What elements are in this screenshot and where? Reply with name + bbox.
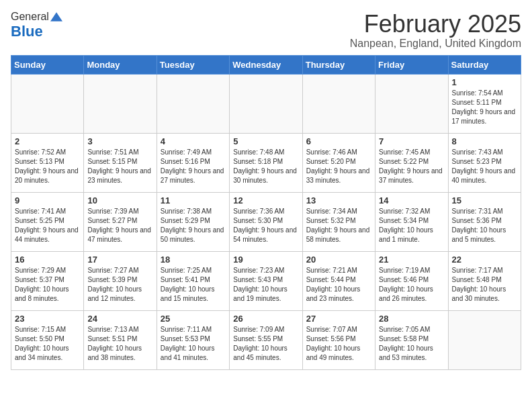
- calendar-day-header: Sunday: [11, 55, 84, 74]
- calendar-cell: [230, 74, 302, 133]
- calendar-day-header: Wednesday: [230, 55, 302, 74]
- calendar-cell: 5Sunrise: 7:48 AM Sunset: 5:18 PM Daylig…: [230, 133, 302, 192]
- day-number: 22: [452, 255, 517, 265]
- day-number: 6: [306, 136, 371, 146]
- month-title: February 2025: [350, 11, 521, 38]
- calendar-cell: 18Sunrise: 7:25 AM Sunset: 5:41 PM Dayli…: [157, 251, 229, 310]
- calendar-cell: 8Sunrise: 7:43 AM Sunset: 5:23 PM Daylig…: [448, 133, 521, 192]
- day-number: 16: [15, 255, 80, 265]
- day-info: Sunrise: 7:54 AM Sunset: 5:11 PM Dayligh…: [452, 89, 517, 126]
- calendar-cell: 23Sunrise: 7:15 AM Sunset: 5:50 PM Dayli…: [11, 310, 84, 369]
- day-number: 10: [87, 195, 152, 205]
- logo-blue-text: Blue: [11, 23, 43, 40]
- calendar-cell: 13Sunrise: 7:34 AM Sunset: 5:32 PM Dayli…: [302, 192, 375, 251]
- day-number: 5: [233, 136, 298, 146]
- day-number: 26: [233, 314, 298, 324]
- day-number: 3: [87, 136, 152, 146]
- day-info: Sunrise: 7:05 AM Sunset: 5:58 PM Dayligh…: [379, 325, 444, 363]
- day-number: 8: [452, 136, 517, 146]
- day-info: Sunrise: 7:34 AM Sunset: 5:32 PM Dayligh…: [306, 207, 371, 244]
- calendar-cell: [448, 310, 521, 369]
- day-info: Sunrise: 7:48 AM Sunset: 5:18 PM Dayligh…: [233, 148, 298, 185]
- calendar-cell: 2Sunrise: 7:52 AM Sunset: 5:13 PM Daylig…: [11, 133, 84, 192]
- day-number: 18: [161, 255, 226, 265]
- day-info: Sunrise: 7:39 AM Sunset: 5:27 PM Dayligh…: [87, 207, 152, 244]
- calendar-week-row: 16Sunrise: 7:29 AM Sunset: 5:37 PM Dayli…: [11, 251, 521, 310]
- day-number: 19: [233, 255, 298, 265]
- calendar-cell: [375, 74, 448, 133]
- calendar-cell: 24Sunrise: 7:13 AM Sunset: 5:51 PM Dayli…: [84, 310, 157, 369]
- calendar-cell: [11, 74, 84, 133]
- calendar-cell: 15Sunrise: 7:31 AM Sunset: 5:36 PM Dayli…: [448, 192, 521, 251]
- day-info: Sunrise: 7:45 AM Sunset: 5:22 PM Dayligh…: [379, 148, 444, 185]
- calendar-day-header: Friday: [375, 55, 448, 74]
- day-number: 12: [233, 195, 298, 205]
- day-info: Sunrise: 7:15 AM Sunset: 5:50 PM Dayligh…: [15, 325, 80, 363]
- calendar-cell: 17Sunrise: 7:27 AM Sunset: 5:39 PM Dayli…: [84, 251, 157, 310]
- title-area: February 2025 Nanpean, England, United K…: [350, 11, 521, 50]
- calendar-cell: 7Sunrise: 7:45 AM Sunset: 5:22 PM Daylig…: [375, 133, 448, 192]
- calendar-cell: 27Sunrise: 7:07 AM Sunset: 5:56 PM Dayli…: [302, 310, 375, 369]
- calendar-cell: [302, 74, 375, 133]
- calendar-cell: 9Sunrise: 7:41 AM Sunset: 5:25 PM Daylig…: [11, 192, 84, 251]
- day-info: Sunrise: 7:09 AM Sunset: 5:55 PM Dayligh…: [233, 325, 298, 363]
- calendar-cell: 1Sunrise: 7:54 AM Sunset: 5:11 PM Daylig…: [448, 74, 521, 133]
- day-number: 24: [87, 314, 152, 324]
- header: General Blue February 2025 Nanpean, Engl…: [11, 11, 521, 50]
- calendar-day-header: Tuesday: [157, 55, 229, 74]
- day-info: Sunrise: 7:32 AM Sunset: 5:34 PM Dayligh…: [379, 207, 444, 244]
- calendar-cell: 22Sunrise: 7:17 AM Sunset: 5:48 PM Dayli…: [448, 251, 521, 310]
- day-number: 1: [452, 77, 517, 87]
- day-info: Sunrise: 7:49 AM Sunset: 5:16 PM Dayligh…: [161, 148, 226, 185]
- day-info: Sunrise: 7:25 AM Sunset: 5:41 PM Dayligh…: [161, 266, 226, 304]
- day-number: 25: [161, 314, 226, 324]
- day-number: 21: [379, 255, 444, 265]
- calendar-week-row: 9Sunrise: 7:41 AM Sunset: 5:25 PM Daylig…: [11, 192, 521, 251]
- calendar-cell: 28Sunrise: 7:05 AM Sunset: 5:58 PM Dayli…: [375, 310, 448, 369]
- day-info: Sunrise: 7:31 AM Sunset: 5:36 PM Dayligh…: [452, 207, 517, 244]
- day-number: 7: [379, 136, 444, 146]
- day-info: Sunrise: 7:19 AM Sunset: 5:46 PM Dayligh…: [379, 266, 444, 304]
- day-number: 20: [306, 255, 371, 265]
- calendar-week-row: 2Sunrise: 7:52 AM Sunset: 5:13 PM Daylig…: [11, 133, 521, 192]
- day-info: Sunrise: 7:23 AM Sunset: 5:43 PM Dayligh…: [233, 266, 298, 304]
- day-number: 17: [87, 255, 152, 265]
- logo: General Blue: [11, 11, 62, 40]
- day-info: Sunrise: 7:38 AM Sunset: 5:29 PM Dayligh…: [161, 207, 226, 244]
- day-info: Sunrise: 7:52 AM Sunset: 5:13 PM Dayligh…: [15, 148, 80, 185]
- calendar-day-header: Monday: [84, 55, 157, 74]
- day-info: Sunrise: 7:17 AM Sunset: 5:48 PM Dayligh…: [452, 266, 517, 304]
- day-info: Sunrise: 7:51 AM Sunset: 5:15 PM Dayligh…: [87, 148, 152, 185]
- day-number: 27: [306, 314, 371, 324]
- calendar-table: SundayMondayTuesdayWednesdayThursdayFrid…: [11, 55, 521, 370]
- calendar-cell: 4Sunrise: 7:49 AM Sunset: 5:16 PM Daylig…: [157, 133, 229, 192]
- day-info: Sunrise: 7:21 AM Sunset: 5:44 PM Dayligh…: [306, 266, 371, 304]
- day-number: 15: [452, 195, 517, 205]
- svg-marker-0: [50, 12, 62, 21]
- calendar-week-row: 1Sunrise: 7:54 AM Sunset: 5:11 PM Daylig…: [11, 74, 521, 133]
- calendar-cell: 3Sunrise: 7:51 AM Sunset: 5:15 PM Daylig…: [84, 133, 157, 192]
- location-subtitle: Nanpean, England, United Kingdom: [350, 38, 521, 50]
- day-number: 14: [379, 195, 444, 205]
- calendar-cell: 10Sunrise: 7:39 AM Sunset: 5:27 PM Dayli…: [84, 192, 157, 251]
- logo-icon: [50, 12, 62, 21]
- day-number: 23: [15, 314, 80, 324]
- day-number: 11: [161, 195, 226, 205]
- calendar-week-row: 23Sunrise: 7:15 AM Sunset: 5:50 PM Dayli…: [11, 310, 521, 369]
- day-info: Sunrise: 7:13 AM Sunset: 5:51 PM Dayligh…: [87, 325, 152, 363]
- calendar-header-row: SundayMondayTuesdayWednesdayThursdayFrid…: [11, 55, 521, 74]
- day-number: 28: [379, 314, 444, 324]
- calendar-cell: 14Sunrise: 7:32 AM Sunset: 5:34 PM Dayli…: [375, 192, 448, 251]
- day-info: Sunrise: 7:07 AM Sunset: 5:56 PM Dayligh…: [306, 325, 371, 363]
- calendar-cell: 25Sunrise: 7:11 AM Sunset: 5:53 PM Dayli…: [157, 310, 229, 369]
- day-info: Sunrise: 7:36 AM Sunset: 5:30 PM Dayligh…: [233, 207, 298, 244]
- day-info: Sunrise: 7:46 AM Sunset: 5:20 PM Dayligh…: [306, 148, 371, 185]
- day-info: Sunrise: 7:27 AM Sunset: 5:39 PM Dayligh…: [87, 266, 152, 304]
- day-info: Sunrise: 7:11 AM Sunset: 5:53 PM Dayligh…: [161, 325, 226, 363]
- day-number: 2: [15, 136, 80, 146]
- day-info: Sunrise: 7:29 AM Sunset: 5:37 PM Dayligh…: [15, 266, 80, 304]
- day-number: 4: [161, 136, 226, 146]
- calendar-cell: [84, 74, 157, 133]
- day-number: 13: [306, 195, 371, 205]
- calendar-cell: 19Sunrise: 7:23 AM Sunset: 5:43 PM Dayli…: [230, 251, 302, 310]
